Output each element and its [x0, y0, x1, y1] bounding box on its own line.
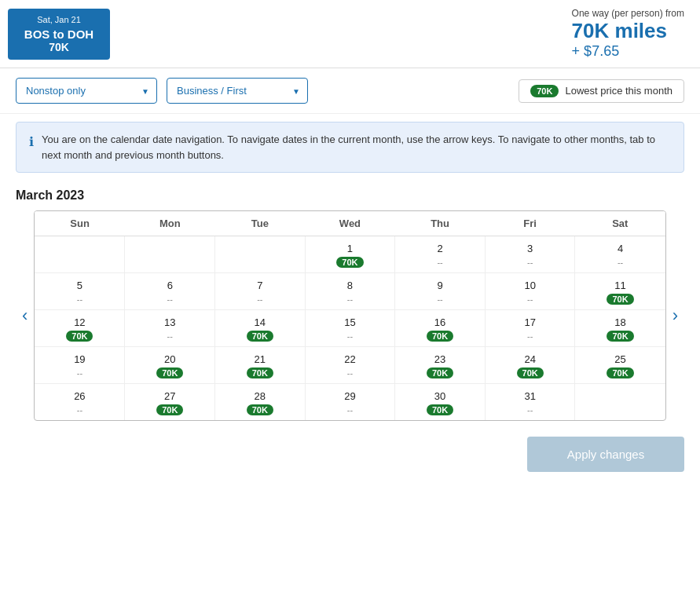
lowest-price-label: Lowest price this month — [565, 85, 673, 97]
day-number: 30 — [398, 390, 482, 402]
calendar-cell[interactable]: 1470K — [215, 310, 306, 347]
day-number: 26 — [38, 390, 121, 402]
day-number: 9 — [398, 280, 482, 291]
price-dash: -- — [347, 368, 353, 378]
day-number: 15 — [309, 316, 392, 328]
calendar-cell[interactable]: 2570K — [575, 347, 665, 384]
price-dash: -- — [437, 294, 442, 304]
day-number: 4 — [578, 243, 662, 254]
calendar-cell[interactable]: 4-- — [575, 236, 665, 273]
info-icon: ℹ — [29, 133, 34, 152]
fees: + $7.65 — [572, 43, 684, 60]
calendar-cell — [35, 236, 125, 273]
calendar-cell[interactable]: 22-- — [305, 347, 395, 384]
calendar-cell[interactable]: 1270K — [35, 310, 125, 347]
next-month-button[interactable]: › — [666, 305, 684, 326]
price-dash: -- — [347, 331, 353, 341]
price-dash: -- — [527, 405, 533, 415]
calendar-cell[interactable]: 15-- — [305, 310, 395, 347]
day-number: 5 — [38, 280, 121, 291]
price-dash: -- — [527, 294, 533, 304]
price-pill: 70K — [247, 367, 273, 378]
price-pill: 70K — [247, 404, 273, 415]
calendar-row: 170K2--3--4-- — [35, 236, 665, 273]
price-label: One way (per person) from — [572, 8, 684, 19]
calendar-day-header: Fri — [485, 211, 575, 236]
calendar-cell[interactable]: 2870K — [215, 384, 306, 421]
calendar-cell[interactable]: 1870K — [575, 310, 665, 347]
footer-bar: Apply changes — [0, 429, 700, 488]
day-number: 13 — [128, 316, 211, 328]
calendar-day-header: Mon — [125, 211, 215, 236]
day-number: 21 — [218, 353, 302, 365]
day-number: 18 — [578, 316, 662, 328]
calendar-cell[interactable]: 2-- — [395, 236, 486, 273]
prev-month-button[interactable]: ‹ — [16, 305, 34, 326]
header-bar: Sat, Jan 21 BOS to DOH 70K One way (per … — [0, 0, 700, 68]
day-number: 2 — [398, 243, 482, 254]
day-number: 8 — [309, 280, 392, 291]
lowest-price-badge: 70K Lowest price this month — [519, 79, 684, 103]
day-number: 28 — [218, 390, 302, 402]
apply-changes-button[interactable]: Apply changes — [527, 437, 684, 472]
calendar-cell[interactable]: 2370K — [395, 347, 486, 384]
calendar-cell[interactable]: 2170K — [215, 347, 306, 384]
day-number: 20 — [128, 353, 211, 365]
day-number: 14 — [218, 316, 302, 328]
calendar-row: 19--2070K2170K22--2370K2470K2570K — [35, 347, 665, 384]
price-dash: -- — [347, 405, 353, 415]
price-pill: 70K — [66, 331, 93, 342]
price-dash: -- — [257, 294, 262, 304]
calendar-cell[interactable]: 8-- — [305, 273, 395, 310]
calendar-cell[interactable]: 6-- — [125, 273, 215, 310]
info-text: You are on the calendar date navigation.… — [42, 132, 671, 163]
filter-row: Nonstop only 1 stop 2+ stops ▼ Business … — [0, 68, 700, 114]
flight-badge: Sat, Jan 21 BOS to DOH 70K — [8, 9, 110, 60]
price-pill: 70K — [336, 257, 363, 268]
calendar-day-header: Tue — [215, 211, 306, 236]
calendar-cell[interactable]: 2070K — [125, 347, 215, 384]
nonstop-filter[interactable]: Nonstop only 1 stop 2+ stops — [16, 78, 157, 104]
day-number: 12 — [38, 316, 121, 328]
info-bar: ℹ You are on the calendar date navigatio… — [16, 122, 684, 173]
day-number: 17 — [489, 316, 572, 328]
calendar-cell[interactable]: 9-- — [395, 273, 486, 310]
calendar-section: March 2023 ‹ SunMonTueWedThuFriSat 170K2… — [0, 181, 700, 429]
day-number: 25 — [578, 353, 662, 365]
day-number: 31 — [489, 390, 572, 402]
calendar-row: 5--6--7--8--9--10--1170K — [35, 273, 665, 310]
calendar-cell[interactable]: 26-- — [35, 384, 125, 421]
calendar-cell[interactable]: 31-- — [485, 384, 575, 421]
calendar-cell[interactable]: 3-- — [485, 236, 575, 273]
price-pill: 70K — [427, 404, 453, 415]
calendar-cell[interactable]: 10-- — [485, 273, 575, 310]
calendar-cell[interactable]: 13-- — [125, 310, 215, 347]
calendar-cell[interactable]: 17-- — [485, 310, 575, 347]
calendar-day-header: Thu — [395, 211, 486, 236]
calendar-cell — [215, 236, 306, 273]
price-pill: 70K — [607, 331, 633, 342]
day-number: 19 — [38, 353, 121, 365]
calendar-cell[interactable]: 3070K — [395, 384, 486, 421]
calendar-cell[interactable]: 5-- — [35, 273, 125, 310]
day-number: 10 — [489, 280, 572, 291]
day-number: 11 — [578, 280, 662, 291]
calendar-cell[interactable]: 2470K — [485, 347, 575, 384]
flight-miles-short: 70K — [19, 41, 99, 53]
flight-date: Sat, Jan 21 — [19, 15, 99, 24]
day-number: 7 — [218, 280, 302, 291]
calendar-cell[interactable]: 19-- — [35, 347, 125, 384]
day-number: 16 — [398, 316, 482, 328]
day-number: 6 — [128, 280, 211, 291]
calendar-cell[interactable]: 2770K — [125, 384, 215, 421]
calendar-cell[interactable]: 7-- — [215, 273, 306, 310]
day-number: 22 — [309, 353, 392, 365]
cabin-filter[interactable]: Business / First Economy Premium Economy — [167, 78, 308, 104]
price-pill: 70K — [427, 367, 453, 378]
calendar-day-header: Sat — [575, 211, 665, 236]
calendar-cell[interactable]: 29-- — [305, 384, 395, 421]
calendar-cell[interactable]: 1670K — [395, 310, 486, 347]
calendar-cell[interactable]: 1170K — [575, 273, 665, 310]
price-pill: 70K — [247, 331, 273, 342]
calendar-cell[interactable]: 170K — [305, 236, 395, 273]
